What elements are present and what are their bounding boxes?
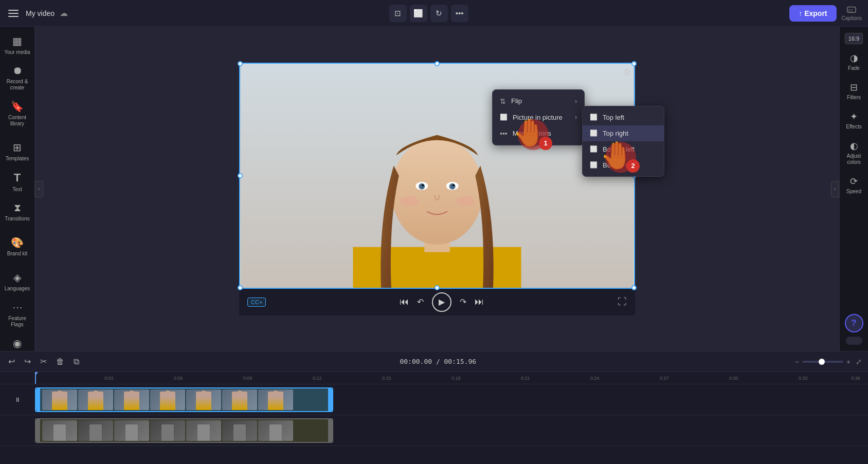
zoom-in-icon: + xyxy=(846,358,851,366)
flip-label: Flip xyxy=(511,97,570,105)
sidebar-item-record[interactable]: ⏺ Record &create xyxy=(2,61,33,95)
menu-button[interactable] xyxy=(6,6,21,21)
skip-back-button[interactable]: ⏮ xyxy=(400,296,409,307)
skip-forward-button[interactable]: ⏭ xyxy=(475,296,484,307)
more-label: More options xyxy=(513,129,577,137)
redo-button[interactable]: ↪ xyxy=(22,355,33,368)
video-track-1[interactable] xyxy=(35,387,333,412)
rewind-5-button[interactable]: ↶ xyxy=(417,297,424,307)
help-button[interactable]: ? xyxy=(845,314,863,332)
track-1-pause-button[interactable]: ⏸ xyxy=(12,395,23,405)
handle-mid-left[interactable] xyxy=(238,173,243,178)
scroll-indicator[interactable] xyxy=(846,337,862,345)
handle-bottom-left[interactable] xyxy=(238,285,243,290)
track-row-2 xyxy=(0,415,868,446)
menu-item-top-right[interactable]: ⬜ Top right xyxy=(583,125,664,141)
ruler-mark-11: 0:33 xyxy=(799,376,808,381)
captions-button[interactable]: CC Captions xyxy=(842,5,862,21)
crop-tool-button[interactable]: ⊡ xyxy=(389,5,407,22)
svg-point-7 xyxy=(391,137,483,244)
right-tool-effects[interactable]: ✦ Effects xyxy=(841,107,867,134)
sidebar-item-content[interactable]: 🔖 Contentlibrary xyxy=(2,96,33,131)
track-content-1[interactable] xyxy=(35,386,868,414)
project-title: My video xyxy=(26,9,55,17)
sidebar-label-feature-flags: FeatureFlags xyxy=(8,315,26,328)
effects-label: Effects xyxy=(846,124,861,130)
fade-icon: ◑ xyxy=(850,52,858,64)
menu-item-top-left[interactable]: ⬜ Top left xyxy=(583,109,664,125)
bw-thumb-1 xyxy=(42,420,77,441)
sidebar-item-transitions[interactable]: ⧗ Transitions xyxy=(2,198,33,226)
svg-text:CC: CC xyxy=(848,9,854,12)
media-icon: ▦ xyxy=(12,35,22,47)
zoom-slider-thumb[interactable] xyxy=(819,359,825,365)
right-tool-adjust[interactable]: ◐ Adjustcolors xyxy=(841,136,867,170)
thumb-5 xyxy=(186,389,221,410)
thumb-3 xyxy=(114,389,149,410)
sidebar-label-content: Contentlibrary xyxy=(8,115,26,127)
sidebar-item-languages[interactable]: ◈ Languages xyxy=(2,267,33,296)
ruler-mark-6: 0:18 xyxy=(451,376,461,381)
ruler-mark-8: 0:24 xyxy=(590,376,600,381)
handle-top-center[interactable] xyxy=(435,61,440,66)
timeline-expand-button[interactable]: ⤢ xyxy=(856,358,862,366)
cc-button[interactable]: CC+ xyxy=(247,298,266,307)
sidebar-item-fluent[interactable]: ◉ FluentTheme xyxy=(2,333,33,351)
handle-bottom-right[interactable] xyxy=(631,285,637,290)
ruler-mark-5: 0:15 xyxy=(382,376,391,381)
sidebar-item-feature-flags[interactable]: ⋯ FeatureFlags xyxy=(2,297,33,332)
menu-item-bottom-right[interactable]: ⬜ Bottom right xyxy=(583,157,664,173)
aspect-ratio-badge[interactable]: 16:9 xyxy=(845,33,863,44)
track-content-2[interactable] xyxy=(35,417,868,444)
zoom-out-icon: − xyxy=(795,358,799,366)
handle-top-left[interactable] xyxy=(238,61,243,66)
preview-settings-icon[interactable]: ⚙ xyxy=(623,67,631,78)
fullscreen-button[interactable]: ⛶ xyxy=(618,296,627,307)
track-end-handle[interactable] xyxy=(328,388,332,411)
play-pause-button[interactable]: ▶ xyxy=(432,292,451,312)
bottom-left-icon: ⬜ xyxy=(590,145,598,153)
ruler-mark-1: 0:03 xyxy=(104,376,114,381)
right-tool-speed[interactable]: ⟳ Speed xyxy=(841,172,867,199)
sidebar-item-media[interactable]: ▦ Your media xyxy=(2,31,33,60)
sidebar-label-brand: Brand kit xyxy=(7,251,27,257)
delete-button[interactable]: 🗑 xyxy=(54,355,66,368)
track-2-start-handle[interactable] xyxy=(36,419,40,442)
svg-point-15 xyxy=(456,196,475,206)
effects-icon: ✦ xyxy=(850,111,858,122)
sidebar-item-templates[interactable]: ⊞ Templates xyxy=(2,137,33,166)
rotate-tool-button[interactable]: ↻ xyxy=(430,5,448,22)
collapse-right-button[interactable]: ‹ xyxy=(831,181,839,197)
ruler-marks: 0:03 0:06 0:09 0:12 0:15 0:18 0:21 0:24 … xyxy=(35,372,868,384)
svg-point-13 xyxy=(453,184,455,186)
sidebar-item-brand[interactable]: 🎨 Brand kit xyxy=(2,232,33,261)
forward-5-button[interactable]: ↷ xyxy=(460,297,466,307)
handle-bottom-center[interactable] xyxy=(435,285,440,290)
menu-item-bottom-left[interactable]: ⬜ Bottom left xyxy=(583,141,664,157)
more-tools-button[interactable]: ••• xyxy=(451,5,468,22)
top-right-icon: ⬜ xyxy=(590,129,598,137)
sidebar-label-languages: Languages xyxy=(5,286,30,292)
cut-button[interactable]: ✂ xyxy=(38,355,49,368)
zoom-slider[interactable] xyxy=(802,361,843,363)
right-tool-fade[interactable]: ◑ Fade xyxy=(841,48,867,76)
duplicate-button[interactable]: ⧉ xyxy=(71,355,81,368)
captions-label: Captions xyxy=(842,15,862,21)
video-track-2[interactable] xyxy=(35,418,333,443)
undo-button[interactable]: ↩ xyxy=(6,355,17,368)
svg-point-14 xyxy=(400,196,419,206)
menu-item-more[interactable]: ••• More options xyxy=(493,125,584,142)
thumb-1 xyxy=(42,389,77,410)
collapse-left-button[interactable]: › xyxy=(35,181,43,197)
resize-tool-button[interactable]: ⬜ xyxy=(410,5,427,22)
sidebar-item-text[interactable]: T Text xyxy=(2,167,33,197)
right-tool-filters[interactable]: ⊟ Filters xyxy=(841,78,867,105)
track-2-end-handle[interactable] xyxy=(328,419,332,442)
topbar: My video ☁ ⊡ ⬜ ↻ ••• ↑ Export CC Caption… xyxy=(0,0,868,27)
menu-item-pip[interactable]: ⬜ Picture in picture › xyxy=(493,109,584,125)
menu-item-flip[interactable]: ⇅ Flip › xyxy=(493,93,584,109)
export-button[interactable]: ↑ Export xyxy=(789,5,836,22)
thumb-7 xyxy=(258,389,293,410)
handle-top-right[interactable] xyxy=(631,61,637,66)
track-start-handle[interactable] xyxy=(36,388,40,411)
